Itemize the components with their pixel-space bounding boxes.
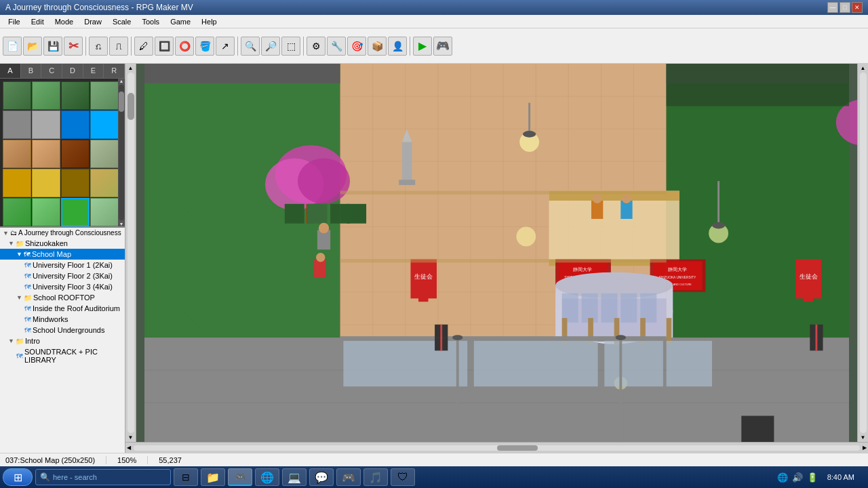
redo-button[interactable]: ⎍: [109, 37, 128, 56]
circle-tool[interactable]: ⭕: [175, 37, 194, 56]
tree-item-undergrounds[interactable]: 🗺 School Undergrounds: [0, 325, 125, 336]
tile-cell[interactable]: [3, 81, 31, 110]
scroll-thumb[interactable]: [119, 92, 124, 112]
menu-file[interactable]: File: [3, 16, 26, 27]
undo-button[interactable]: ⎌: [89, 37, 108, 56]
tile-cell[interactable]: [32, 198, 60, 226]
tile-cell[interactable]: [61, 169, 90, 197]
tileset-tab-r[interactable]: R: [104, 64, 125, 78]
menu-scale[interactable]: Scale: [107, 16, 137, 27]
start-button[interactable]: ⊞: [3, 468, 33, 486]
taskbar-rpgmaker[interactable]: 🎮: [228, 468, 252, 486]
tile-cell-selected[interactable]: [61, 198, 90, 226]
tree-item-uni-floor3[interactable]: 🗺 University Floor 3 (4Kai): [0, 281, 125, 292]
zoom-out[interactable]: 🔎: [261, 37, 280, 56]
taskbar-file-explorer[interactable]: 📁: [201, 468, 225, 486]
taskbar-app2[interactable]: 🛡: [391, 468, 415, 486]
hscroll[interactable]: ◀ ▶: [125, 442, 868, 453]
vscroll-down-btn[interactable]: ▼: [128, 434, 134, 441]
minimize-button[interactable]: —: [827, 2, 838, 13]
tile-cell[interactable]: [32, 110, 60, 139]
tileset-grid[interactable]: [0, 79, 118, 226]
tile-cell[interactable]: [90, 81, 118, 110]
play-button[interactable]: ▶: [413, 37, 432, 56]
battery-icon[interactable]: 🔋: [807, 472, 818, 483]
tileset-tab-d[interactable]: D: [62, 64, 83, 78]
tile-cell[interactable]: [90, 169, 118, 197]
tileset-vscroll[interactable]: ▲ ▼: [118, 79, 125, 226]
titlebar-controls[interactable]: — □ ✕: [827, 2, 863, 13]
open-button[interactable]: 📂: [23, 37, 42, 56]
tree-item-uni-floor1[interactable]: 🗺 University Floor 1 (2Kai): [0, 260, 125, 270]
tree-item-shizuokaken[interactable]: ▼ 📁 Shizuokaken: [0, 238, 125, 249]
tree-item-school-rooftop[interactable]: ▼ 📁 School ROOFTOP: [0, 292, 125, 303]
vscroll-up-btn[interactable]: ▲: [128, 65, 134, 71]
database-button[interactable]: ⚙: [307, 37, 326, 56]
tileset-tab-c[interactable]: C: [41, 64, 62, 78]
save-button[interactable]: 💾: [43, 37, 62, 56]
taskbar-discord[interactable]: 💬: [309, 468, 334, 486]
tree-item-soundtrack[interactable]: 🗺 SOUNDTRACK + PIC LIBRARY: [0, 346, 125, 365]
arrow-tool[interactable]: ↗: [216, 37, 235, 56]
network-icon[interactable]: 🌐: [777, 472, 788, 483]
menu-tools[interactable]: Tools: [136, 16, 165, 27]
hscroll-right-btn[interactable]: ▶: [863, 445, 867, 451]
menu-mode[interactable]: Mode: [50, 16, 79, 27]
vscroll-right-down-btn[interactable]: ▼: [861, 434, 866, 441]
zoom-in[interactable]: 🔍: [241, 37, 260, 56]
deploy-button[interactable]: 📦: [368, 37, 387, 56]
task-view-btn[interactable]: ⊟: [174, 468, 198, 486]
hscroll-thumb[interactable]: [497, 445, 538, 451]
tileset-tab-b[interactable]: B: [21, 64, 42, 78]
taskbar-time[interactable]: 8:40 AM: [822, 473, 860, 481]
tile-cell[interactable]: [3, 169, 31, 197]
menu-draw[interactable]: Draw: [79, 16, 107, 27]
new-button[interactable]: 📄: [3, 37, 22, 56]
tile-cell[interactable]: [32, 169, 60, 197]
right-vscroll[interactable]: ▲ ▼: [857, 64, 868, 442]
vscroll-right-up-btn[interactable]: ▲: [861, 65, 866, 71]
tile-cell[interactable]: [61, 140, 90, 168]
playtest-button[interactable]: 🎮: [433, 37, 452, 56]
left-vscroll[interactable]: ▲ ▼: [125, 64, 136, 442]
tile-cell[interactable]: [32, 81, 60, 110]
plugin-button[interactable]: 🔧: [327, 37, 346, 56]
tile-cell[interactable]: [90, 198, 118, 226]
menu-game[interactable]: Game: [165, 16, 196, 27]
taskbar-vscode[interactable]: 💻: [282, 468, 307, 486]
tree-item-project[interactable]: ▼ 🗂 A Journey through Consciousness: [0, 228, 125, 238]
taskbar-steam[interactable]: 🎮: [336, 468, 361, 486]
tree-item-intro[interactable]: ▼ 📁 Intro: [0, 336, 125, 346]
tile-cell[interactable]: [90, 140, 118, 168]
tile-cell[interactable]: [90, 110, 118, 139]
fill-tool[interactable]: 🪣: [195, 37, 214, 56]
resource-button[interactable]: 🎯: [347, 37, 366, 56]
selection-tool[interactable]: ⬚: [281, 37, 300, 56]
character-button[interactable]: 👤: [388, 37, 407, 56]
tileset-tab-a[interactable]: A: [0, 64, 21, 78]
taskbar-browser[interactable]: 🌐: [255, 468, 279, 486]
tree-item-roof-auditorium[interactable]: 🗺 Inside the Roof Auditorium: [0, 303, 125, 314]
taskbar-media[interactable]: 🎵: [363, 468, 388, 486]
map-canvas[interactable]: 生徒会 静岡大学 SHIZUOKA UNIVERSITY OF ART AND …: [136, 64, 857, 442]
tile-cell[interactable]: [3, 198, 31, 226]
pencil-tool[interactable]: 🖊: [134, 37, 153, 56]
scroll-down-btn[interactable]: ▼: [119, 222, 124, 226]
menu-edit[interactable]: Edit: [26, 16, 50, 27]
hscroll-left-btn[interactable]: ◀: [127, 445, 131, 451]
tree-item-school-map[interactable]: ▼ 🗺 School Map: [0, 249, 125, 260]
maximize-button[interactable]: □: [840, 2, 850, 13]
tree-item-mindworks[interactable]: 🗺 Mindworks: [0, 314, 125, 325]
close-button[interactable]: ✕: [852, 2, 863, 13]
tile-cell[interactable]: [3, 140, 31, 168]
tile-cell[interactable]: [61, 81, 90, 110]
tileset-image-area[interactable]: [0, 79, 118, 226]
tile-cell[interactable]: [61, 110, 90, 139]
cut-button[interactable]: ✂: [64, 37, 83, 56]
rect-tool[interactable]: 🔲: [155, 37, 174, 56]
tile-cell[interactable]: [32, 140, 60, 168]
tileset-tab-e[interactable]: E: [83, 64, 104, 78]
scroll-up-btn[interactable]: ▲: [119, 79, 124, 83]
tree-item-uni-floor2[interactable]: 🗺 University Floor 2 (3Kai): [0, 270, 125, 281]
tile-cell[interactable]: [3, 110, 31, 139]
